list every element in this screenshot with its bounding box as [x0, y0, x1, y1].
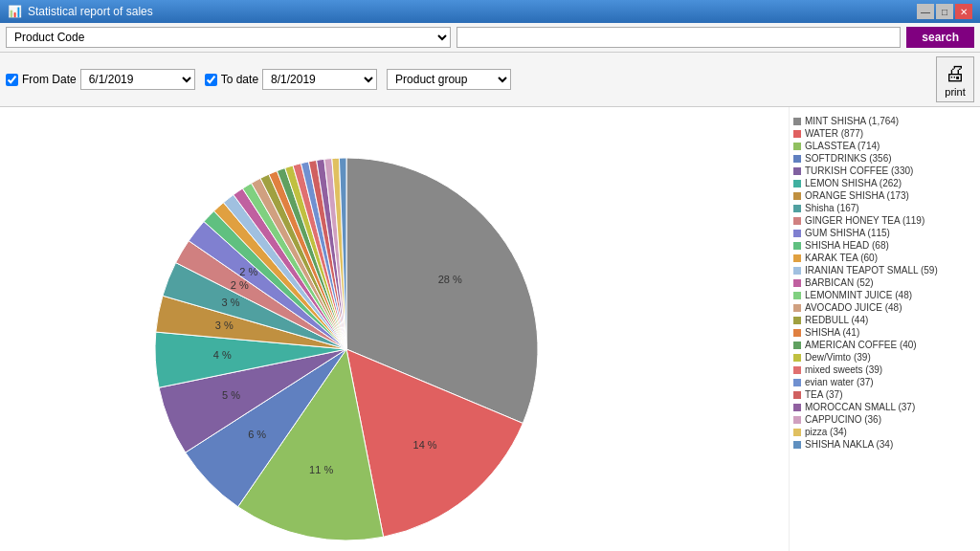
legend-item: SHISHA HEAD (68): [793, 239, 976, 252]
legend-color-swatch: [793, 342, 801, 349]
legend-color-swatch: [793, 304, 801, 312]
legend-item: TEA (37): [793, 388, 976, 401]
legend-label: Shisha (167): [805, 203, 859, 213]
legend-color-swatch: [793, 279, 801, 287]
legend-color-swatch: [793, 143, 801, 150]
svg-text:3 %: 3 %: [215, 320, 234, 331]
legend-color-swatch: [793, 180, 801, 187]
title-bar: 📊 Statistical report of sales — □ ✕: [0, 0, 980, 23]
legend-label: MOROCCAN SMALL (37): [805, 402, 915, 412]
search-button[interactable]: search: [906, 27, 974, 48]
legend-item: BARBICAN (52): [793, 276, 976, 289]
to-date-checkbox[interactable]: [205, 74, 217, 86]
print-icon: 🖨: [945, 61, 966, 86]
legend-color-swatch: [793, 366, 801, 374]
legend-color-swatch: [793, 130, 801, 138]
legend-label: IRANIAN TEAPOT SMALL (59): [805, 265, 938, 276]
legend-label: KARAK TEA (60): [805, 253, 878, 263]
legend-color-swatch: [793, 254, 801, 262]
content-area: 28 %14 %11 %6 %5 %4 %3 %3 %2 %2 % MINT S…: [0, 107, 980, 551]
legend-item: Dew/Vimto (39): [793, 351, 976, 364]
legend-label: pizza (34): [805, 427, 847, 437]
legend-label: TURKISH COFFEE (330): [805, 165, 913, 176]
legend-item: KARAK TEA (60): [793, 252, 976, 264]
legend-color-swatch: [793, 329, 801, 337]
legend-item: GINGER HONEY TEA (119): [793, 214, 976, 227]
svg-text:4 %: 4 %: [213, 349, 232, 361]
legend-color-swatch: [793, 118, 801, 125]
legend-color-swatch: [793, 354, 801, 362]
legend-label: GINGER HONEY TEA (119): [805, 215, 924, 226]
svg-text:14 %: 14 %: [413, 439, 437, 451]
legend-color-swatch: [793, 167, 801, 175]
maximize-button[interactable]: □: [936, 4, 953, 19]
legend-label: REDBULL (44): [805, 315, 868, 325]
legend-label: LEMONMINT JUICE (48): [805, 290, 912, 300]
legend-item: GUM SHISHA (115): [793, 227, 976, 239]
legend-item: AMERICAN COFFEE (40): [793, 339, 976, 351]
from-date-checkbox[interactable]: [6, 74, 18, 86]
from-date-select[interactable]: 6/1/2019: [80, 69, 195, 90]
legend-color-swatch: [793, 379, 801, 386]
legend-color-swatch: [793, 317, 801, 324]
legend-label: Dew/Vimto (39): [805, 352, 871, 363]
product-group-select[interactable]: Product group: [387, 69, 511, 90]
legend-color-swatch: [793, 267, 801, 275]
legend-item: SOFTDRINKS (356): [793, 152, 976, 165]
legend-area[interactable]: MINT SHISHA (1,764)WATER (877)GLASSTEA (…: [789, 107, 980, 551]
legend-color-swatch: [793, 217, 801, 225]
svg-text:5 %: 5 %: [222, 389, 240, 401]
legend-color-swatch: [793, 192, 801, 200]
legend-color-swatch: [793, 404, 801, 411]
legend-item: TURKISH COFFEE (330): [793, 165, 976, 177]
to-date-select[interactable]: 8/1/2019: [262, 69, 377, 90]
toolbar: Product Code search: [0, 23, 980, 53]
legend-item: MINT SHISHA (1,764): [793, 115, 976, 127]
legend-label: CAPPUCINO (36): [805, 414, 881, 425]
legend-label: MINT SHISHA (1,764): [805, 116, 899, 126]
legend-label: AMERICAN COFFEE (40): [805, 340, 917, 350]
legend-item: LEMON SHISHA (262): [793, 177, 976, 189]
print-button[interactable]: 🖨 print: [936, 56, 974, 102]
close-button[interactable]: ✕: [955, 4, 972, 19]
legend-item: mixed sweets (39): [793, 364, 976, 376]
legend-item: SHISHA (41): [793, 326, 976, 339]
legend-label: SOFTDRINKS (356): [805, 153, 892, 164]
legend-color-swatch: [793, 230, 801, 237]
filters-bar: From Date 6/1/2019 To date 8/1/2019 Prod…: [0, 53, 980, 107]
legend-label: SHISHA NAKLA (34): [805, 439, 893, 450]
legend-label: TEA (37): [805, 389, 842, 400]
legend-item: IRANIAN TEAPOT SMALL (59): [793, 264, 976, 276]
legend-label: mixed sweets (39): [805, 364, 882, 375]
legend-color-swatch: [793, 391, 801, 399]
minimize-button[interactable]: —: [917, 4, 934, 19]
search-input[interactable]: [457, 27, 902, 48]
legend-color-swatch: [793, 292, 801, 299]
from-date-label: From Date: [22, 73, 77, 86]
legend-item: WATER (877): [793, 127, 976, 140]
legend-label: GLASSTEA (714): [805, 141, 880, 151]
app-icon: 📊: [8, 5, 22, 18]
legend-item: pizza (34): [793, 426, 976, 438]
svg-text:3 %: 3 %: [222, 297, 240, 308]
legend-label: evian water (37): [805, 377, 874, 387]
product-code-select[interactable]: Product Code: [6, 27, 451, 48]
legend-color-swatch: [793, 441, 801, 449]
legend-item: REDBULL (44): [793, 314, 976, 326]
legend-item: ORANGE SHISHA (173): [793, 189, 976, 202]
svg-text:11 %: 11 %: [309, 464, 333, 475]
legend-item: Shisha (167): [793, 202, 976, 214]
legend-item: GLASSTEA (714): [793, 140, 976, 152]
legend-label: BARBICAN (52): [805, 277, 874, 288]
legend-label: LEMON SHISHA (262): [805, 178, 902, 188]
legend-color-swatch: [793, 205, 801, 212]
legend-color-swatch: [793, 242, 801, 250]
svg-text:28 %: 28 %: [438, 274, 462, 285]
legend-label: WATER (877): [805, 128, 863, 139]
legend-label: SHISHA HEAD (68): [805, 240, 889, 251]
chart-area: 28 %14 %11 %6 %5 %4 %3 %3 %2 %2 %: [0, 107, 789, 551]
legend-label: AVOCADO JUICE (48): [805, 302, 902, 313]
app-title: Statistical report of sales: [28, 5, 153, 18]
svg-text:6 %: 6 %: [248, 429, 266, 440]
legend-color-swatch: [793, 155, 801, 163]
